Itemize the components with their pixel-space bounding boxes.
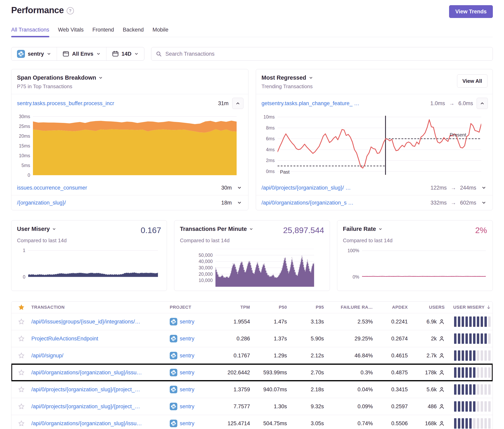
span-op-link[interactable]: issues.occurrence_consumer [17,185,218,191]
tab-bar: All Transactions Web Vitals Frontend Bac… [11,27,493,37]
user-misery-bars [446,401,493,412]
project-link[interactable]: sentry [180,369,195,376]
tpm-cell: 0.286 [219,336,252,342]
column-header-users[interactable]: USERS [409,305,446,310]
sort-descending-icon [486,305,491,310]
transaction-link[interactable]: /api/0/projects/{organization_slug}/{pro… [31,386,140,393]
span-operations-chart[interactable]: 30ms25ms20ms15ms10ms5ms0 [11,113,248,180]
most-regressed-chart[interactable]: 10ms8ms6ms4ms2ms0ms PastPresent [256,113,493,180]
transaction-link[interactable]: /api/0/signup/ [31,353,63,359]
tpm-chart[interactable]: 50,00040,00030,00020,00010,000 [180,249,324,287]
p50-cell: 1.30s [252,403,288,410]
expand-toggle[interactable] [480,199,488,206]
transaction-link[interactable]: /api/0/projects/{organization_slug}/{pro… [31,403,140,410]
user-misery-chart[interactable]: 10 [17,249,161,279]
tab-web-vitals[interactable]: Web Vitals [58,27,84,37]
span-op-link[interactable]: /{organization_slug}/ [17,200,218,206]
star-outline-icon [18,386,25,393]
transaction-cell: /api/0/organizations/{organization_slug}… [31,420,170,427]
column-header-user-misery[interactable]: USER MISERY [446,305,493,310]
most-regressed-title: Most Regressed [261,74,306,81]
environment-filter[interactable]: All Envs [57,47,106,61]
column-header-p50[interactable]: P50 [252,305,288,310]
favorite-star-button[interactable] [18,369,25,376]
transaction-link[interactable]: /api/0/organizations/{organization_slug}… [31,420,142,426]
chevron-down-icon [249,227,253,231]
transaction-link[interactable]: ProjectRuleActionsEndpoint [31,336,98,341]
transaction-cell: /api/0/organizations/{organization_slug}… [31,369,170,376]
expand-toggle[interactable] [480,184,488,191]
user-misery-title: User Misery [17,226,50,232]
column-header-transaction[interactable]: TRANSACTION [31,305,170,310]
project-link[interactable]: sentry [180,319,195,325]
failure-rate-y-axis: 100%0% [343,249,362,279]
project-cell: sentry [170,369,219,376]
help-icon[interactable]: ? [67,7,74,14]
transaction-cell: ProjectRuleActionsEndpoint [31,336,170,342]
span-operations-subtitle: P75 in Top Transactions [17,83,243,90]
favorite-star-button[interactable] [18,318,25,325]
view-all-button[interactable]: View All [457,74,487,88]
collapse-toggle-button[interactable] [477,98,488,109]
view-trends-button[interactable]: View Trends [449,5,493,18]
regression-to-value: 602ms [460,200,476,206]
span-operations-title-dropdown[interactable]: Span Operations Breakdown [17,74,103,81]
tpm-title-dropdown[interactable]: Transactions Per Minute [180,226,253,232]
tab-mobile[interactable]: Mobile [153,27,169,37]
tab-all-transactions[interactable]: All Transactions [11,27,49,37]
tab-backend[interactable]: Backend [123,27,144,37]
project-link[interactable]: sentry [180,403,195,410]
favorites-column-header[interactable] [11,304,31,311]
favorite-star-button[interactable] [18,335,25,342]
regressed-transaction-link[interactable]: /api/0/projects/{organization_slug}/ … [261,185,427,191]
star-filled-icon [18,304,25,311]
date-range-filter[interactable]: 14D [106,47,144,61]
users-cell: 178k [409,369,446,376]
favorite-star-button[interactable] [18,403,25,410]
span-operations-card-header: Span Operations Breakdown P75 in Top Tra… [11,69,248,94]
favorite-star-button[interactable] [18,386,25,393]
project-link[interactable]: sentry [180,353,195,359]
column-header-failure-ra-[interactable]: FAILURE RA… [325,305,374,310]
transaction-link[interactable]: /api/0/organizations/{organization_slug}… [31,369,142,376]
collapse-toggle-button[interactable] [232,98,243,109]
failure-rate-chart[interactable]: 100%0% [343,249,487,279]
failure-rate-cell: 46.84% [325,353,374,359]
apdex-cell: 0.2597 [374,403,409,410]
regressed-transaction-link[interactable]: /api/0/organizations/{organization_s … [261,200,427,206]
regressed-transaction-link[interactable]: getsentry.tasks.plan_change_feature_ … [261,100,427,106]
user-icon [439,420,445,426]
project-link[interactable]: sentry [180,386,195,393]
project-link[interactable]: sentry [180,336,195,342]
date-range-filter-label: 14D [122,51,132,57]
expand-toggle[interactable] [235,184,243,191]
project-link[interactable]: sentry [180,420,195,427]
most-regressed-card-header: Most Regressed Trending Transactions Vie… [256,69,493,94]
favorite-star-button[interactable] [18,352,25,359]
column-header-apdex[interactable]: APDEX [374,305,409,310]
column-header-p95[interactable]: P95 [288,305,325,310]
failure-rate-subtitle: Compared to last 14d [343,237,487,244]
transaction-link[interactable]: /api/0/issues|groups/{issue_id}/integrat… [31,319,140,325]
project-filter[interactable]: sentry [11,47,57,61]
expand-toggle[interactable] [235,199,243,206]
star-outline-icon [18,369,25,376]
failure-rate-cell: 0.3% [325,369,374,376]
table-body: /api/0/issues|groups/{issue_id}/integrat… [11,313,493,429]
span-op-link[interactable]: sentry.tasks.process_buffer.process_incr [17,100,215,106]
favorite-star-button[interactable] [18,420,25,427]
failure-rate-line-chart [362,249,486,279]
failure-rate-value: 2% [475,226,487,235]
column-header-project[interactable]: PROJECT [170,305,219,310]
column-header-tpm[interactable]: TPM [219,305,252,310]
tab-frontend[interactable]: Frontend [92,27,114,37]
users-cell: 2k [409,336,446,342]
search-input[interactable] [165,51,488,57]
user-misery-title-dropdown[interactable]: User Misery [17,226,56,232]
failure-rate-title-dropdown[interactable]: Failure Rate [343,226,382,232]
tpm-cell: 7.7577 [219,403,252,410]
user-icon [439,386,445,393]
most-regressed-title-dropdown[interactable]: Most Regressed [261,74,313,81]
transaction-cell: /api/0/projects/{organization_slug}/{pro… [31,386,170,393]
failure-rate-title: Failure Rate [343,226,376,232]
